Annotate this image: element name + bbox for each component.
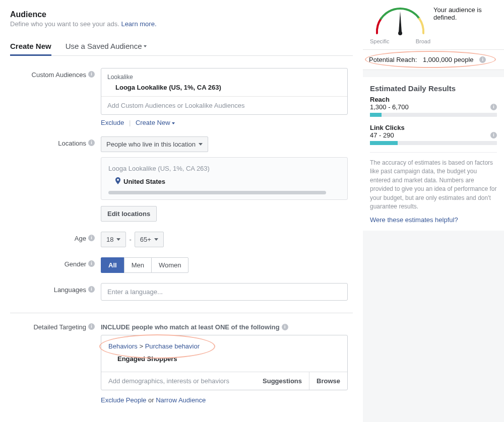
label-age: Agei xyxy=(10,232,101,247)
chevron-down-icon xyxy=(172,122,175,124)
estimate-note: The accuracy of estimates is based on fa… xyxy=(370,152,497,211)
targeting-item[interactable]: Engaged Shoppers xyxy=(108,355,340,363)
audience-defined-text: Your audience is defined. xyxy=(433,6,497,21)
clicks-value: 47 - 290 xyxy=(370,131,394,139)
label-gender: Genderi xyxy=(10,257,101,273)
label-custom-audiences: Custom Audiencesi xyxy=(10,68,101,126)
edr-title: Estimated Daily Results xyxy=(370,84,497,93)
age-max-dropdown[interactable]: 65+ xyxy=(135,232,164,247)
reach-label: Reach xyxy=(370,96,497,103)
language-input[interactable] xyxy=(101,283,348,301)
gender-women[interactable]: Women xyxy=(151,257,189,273)
potential-reach: Potential Reach: 1,000,000 people i xyxy=(363,50,504,70)
page-title: Audience xyxy=(10,10,353,19)
age-min-dropdown[interactable]: 18 xyxy=(101,232,126,247)
side-panel: Specific Broad Your audience is defined.… xyxy=(363,0,504,422)
lookalike-group-label: Lookalike xyxy=(107,74,341,81)
label-detailed-targeting: Detailed Targetingi xyxy=(10,323,101,404)
reach-value: 1,300 - 6,700 xyxy=(370,103,409,111)
audience-gauge xyxy=(370,2,430,41)
include-heading: INCLUDE people who match at least ONE of… xyxy=(101,323,348,331)
edit-locations-button[interactable]: Edit locations xyxy=(101,206,157,222)
targeting-breadcrumb[interactable]: Behaviors > Purchase behavior xyxy=(108,342,340,350)
lookalike-item[interactable]: Looga Lookalike (US, 1%, CA 263) xyxy=(107,84,341,91)
custom-audiences-input[interactable]: Add Custom Audiences or Lookalike Audien… xyxy=(101,96,347,114)
svg-marker-0 xyxy=(399,11,402,33)
clicks-bar xyxy=(370,141,497,145)
info-icon[interactable]: i xyxy=(88,235,95,241)
pin-icon xyxy=(115,177,120,186)
gender-all[interactable]: All xyxy=(101,257,124,273)
info-icon[interactable]: i xyxy=(479,56,486,63)
locations-box: Looga Lookalike (US, 1%, CA 263) United … xyxy=(101,157,348,200)
info-icon[interactable]: i xyxy=(88,71,95,78)
targeting-input[interactable]: Add demographics, interests or behaviors xyxy=(101,372,255,390)
exclude-people-link[interactable]: Exclude People xyxy=(101,396,146,404)
estimated-daily-results: Estimated Daily Results Reach 1,300 - 6,… xyxy=(363,77,504,231)
location-type-dropdown[interactable]: People who live in this location xyxy=(101,136,208,152)
info-icon[interactable]: i xyxy=(88,323,95,330)
chevron-down-icon xyxy=(154,238,158,241)
audience-tabs: Create New Use a Saved Audience xyxy=(10,37,353,56)
browse-button[interactable]: Browse xyxy=(309,372,347,390)
narrow-audience-link[interactable]: Narrow Audience xyxy=(156,396,206,404)
suggestions-button[interactable]: Suggestions xyxy=(255,372,309,390)
svg-point-1 xyxy=(398,31,402,35)
chevron-down-icon xyxy=(144,45,147,47)
location-country[interactable]: United States xyxy=(108,177,340,186)
audience-header: Audience Define who you want to see your… xyxy=(10,10,353,28)
info-icon[interactable]: i xyxy=(282,324,288,330)
label-languages: Languagesi xyxy=(10,283,101,301)
gender-toggle: All Men Women xyxy=(101,257,348,273)
page-subtitle: Define who you want to see your ads. Lea… xyxy=(10,20,353,28)
clicks-label: Link Clicks xyxy=(370,124,497,131)
info-icon[interactable]: i xyxy=(88,260,95,267)
scrollbar-horizontal[interactable] xyxy=(108,191,326,194)
info-icon[interactable]: i xyxy=(490,132,497,138)
learn-more-link[interactable]: Learn more. xyxy=(121,20,156,28)
chevron-down-icon xyxy=(199,143,203,146)
tab-create-new[interactable]: Create New xyxy=(10,37,51,56)
info-icon[interactable]: i xyxy=(490,104,497,110)
label-locations: Locationsi xyxy=(10,136,101,222)
info-icon[interactable]: i xyxy=(88,286,95,293)
estimates-helpful-link[interactable]: Were these estimates helpful? xyxy=(370,216,497,224)
reach-bar xyxy=(370,113,497,117)
gender-men[interactable]: Men xyxy=(124,257,152,273)
exclude-link[interactable]: Exclude xyxy=(101,119,124,126)
chevron-down-icon xyxy=(116,238,120,241)
location-group-title: Looga Lookalike (US, 1%, CA 263) xyxy=(108,165,340,172)
custom-audiences-box: Lookalike Looga Lookalike (US, 1%, CA 26… xyxy=(101,68,348,115)
info-icon[interactable]: i xyxy=(88,139,95,146)
create-new-link[interactable]: Create New xyxy=(136,119,175,126)
tab-saved-audience[interactable]: Use a Saved Audience xyxy=(66,37,147,55)
detailed-targeting-box: Behaviors > Purchase behavior Engaged Sh… xyxy=(101,335,348,390)
